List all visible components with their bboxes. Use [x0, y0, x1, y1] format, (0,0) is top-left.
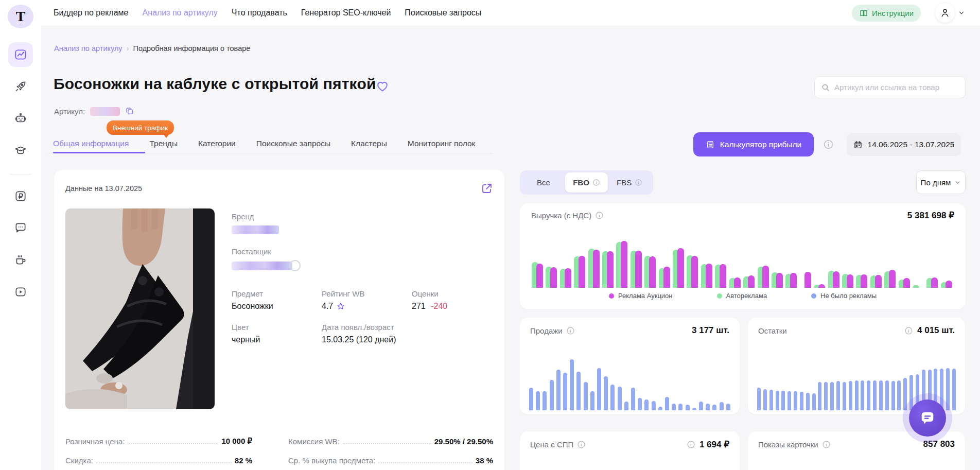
bar	[843, 382, 846, 410]
legend-dot-icon	[717, 293, 722, 299]
tab-trends[interactable]: Тренды	[149, 139, 178, 155]
bar-group	[813, 224, 827, 288]
info-icon[interactable]	[904, 326, 913, 335]
nav-item-article-analysis[interactable]: Анализ по артикулу	[142, 8, 217, 18]
supplier-field: Поставщик	[232, 247, 301, 271]
bar	[536, 391, 540, 410]
sidebar-item-ai-bot[interactable]	[8, 106, 33, 131]
tab-categories[interactable]: Категории	[198, 139, 236, 155]
info-icon	[592, 179, 600, 186]
calculator-info-icon[interactable]	[823, 139, 834, 150]
bar-group	[898, 224, 912, 288]
copy-icon[interactable]	[125, 107, 134, 116]
sidebar-item-promotion[interactable]	[8, 74, 33, 99]
bar	[604, 376, 608, 410]
bar	[678, 404, 682, 410]
legend-label: Не было рекламы	[820, 292, 877, 300]
user-avatar-icon	[935, 3, 955, 23]
bar-group	[940, 224, 954, 288]
bar-group	[701, 224, 714, 288]
bar	[769, 390, 773, 410]
bar	[672, 404, 676, 410]
info-icon	[635, 179, 642, 186]
profit-calculator-button[interactable]: Калькулятор прибыли	[693, 132, 814, 156]
left-sidebar: T	[0, 0, 41, 470]
info-icon[interactable]	[687, 440, 695, 449]
sidebar-item-support[interactable]	[8, 248, 33, 272]
support-chat-button[interactable]	[909, 399, 946, 437]
supplier-badge-icon	[289, 260, 301, 271]
rating-field: Рейтинг WB 4.7	[322, 289, 364, 311]
ruble-icon	[14, 189, 27, 203]
sales-bar-chart[interactable]	[529, 342, 730, 410]
bar-group	[884, 224, 898, 288]
nav-item-what-to-sell[interactable]: Что продавать	[232, 8, 287, 18]
buyout-percent-label: Ср. % выкупа предмета:	[288, 456, 375, 465]
legend-dot-icon	[811, 293, 816, 299]
period-value: По дням	[921, 178, 951, 187]
date-range-picker[interactable]: 14.06.2025 - 13.07.2025	[847, 133, 961, 156]
bar	[812, 393, 816, 410]
sidebar-item-video[interactable]	[8, 280, 33, 304]
tab-clusters[interactable]: Кластеры	[351, 139, 387, 155]
dotted-leader	[378, 462, 472, 463]
bar	[529, 388, 533, 410]
bar-group	[658, 224, 672, 288]
instructions-button[interactable]: Инструкции	[852, 5, 921, 22]
bar	[692, 408, 696, 410]
tab-search-queries[interactable]: Поисковые запросы	[256, 139, 330, 155]
page-title: Босоножки на каблуке с открытой пяткой	[54, 75, 376, 93]
subject-value: Босоножки	[232, 302, 273, 311]
segment-all[interactable]: Все	[522, 172, 565, 193]
favorite-heart-icon[interactable]	[375, 79, 390, 93]
color-value: черный	[232, 335, 260, 344]
bar	[638, 398, 642, 410]
sidebar-item-reviews[interactable]	[8, 216, 33, 240]
rating-value: 4.7	[322, 302, 333, 311]
info-icon[interactable]	[577, 440, 586, 449]
bar-group	[588, 224, 602, 288]
nav-item-bidder[interactable]: Биддер по рекламе	[54, 8, 128, 18]
calculator-icon	[706, 140, 715, 149]
sidebar-item-education[interactable]	[8, 138, 33, 163]
bar-group	[630, 224, 644, 288]
period-dropdown[interactable]: По дням	[916, 170, 966, 194]
profile-menu[interactable]	[935, 3, 965, 23]
segment-fbo[interactable]: FBO	[565, 172, 608, 193]
sidebar-item-finance[interactable]	[8, 184, 33, 208]
nav-item-seo-generator[interactable]: Генератор SEO-ключей	[301, 8, 391, 18]
nav-item-search-queries[interactable]: Поисковые запросы	[405, 8, 481, 18]
spp-price-label: Цена с СПП	[530, 440, 573, 449]
revenue-chart-card: Выручка (с НДС) 5 381 698 ₽ Реклама Аукц…	[520, 203, 966, 309]
bar	[867, 380, 870, 410]
play-video-icon	[14, 285, 27, 299]
sku-row: Артикул:	[54, 107, 134, 116]
info-icon[interactable]	[595, 211, 604, 220]
app-logo[interactable]: T	[8, 5, 33, 28]
calendar-icon	[853, 140, 863, 149]
info-icon[interactable]	[566, 326, 575, 335]
bar-group	[644, 224, 658, 288]
revenue-bar-chart[interactable]	[531, 224, 954, 288]
rating-label: Рейтинг WB	[322, 289, 364, 298]
product-search	[814, 76, 966, 98]
bar	[624, 402, 628, 410]
bar	[818, 382, 821, 410]
legend-item: Реклама Аукцион	[609, 292, 673, 300]
bar	[618, 387, 622, 410]
supplier-label: Поставщик	[232, 247, 301, 256]
sidebar-item-analytics[interactable]	[8, 42, 33, 67]
breadcrumb-parent[interactable]: Анализ по артикулу	[54, 44, 122, 53]
bar	[855, 380, 859, 410]
sales-total: 3 177 шт.	[692, 325, 729, 336]
commission-label: Комиссия WB:	[288, 437, 340, 446]
tab-shelf-monitoring[interactable]: Мониторинг полок	[408, 139, 476, 155]
external-link-icon[interactable]	[481, 182, 493, 195]
analytics-chart-icon	[14, 48, 27, 61]
dotted-leader	[128, 443, 218, 444]
info-icon[interactable]	[822, 440, 831, 449]
segment-fbs[interactable]: FBS	[608, 172, 651, 193]
bar-group	[686, 224, 700, 288]
card-views-label: Показы карточки	[758, 440, 818, 449]
search-input[interactable]	[834, 83, 959, 92]
